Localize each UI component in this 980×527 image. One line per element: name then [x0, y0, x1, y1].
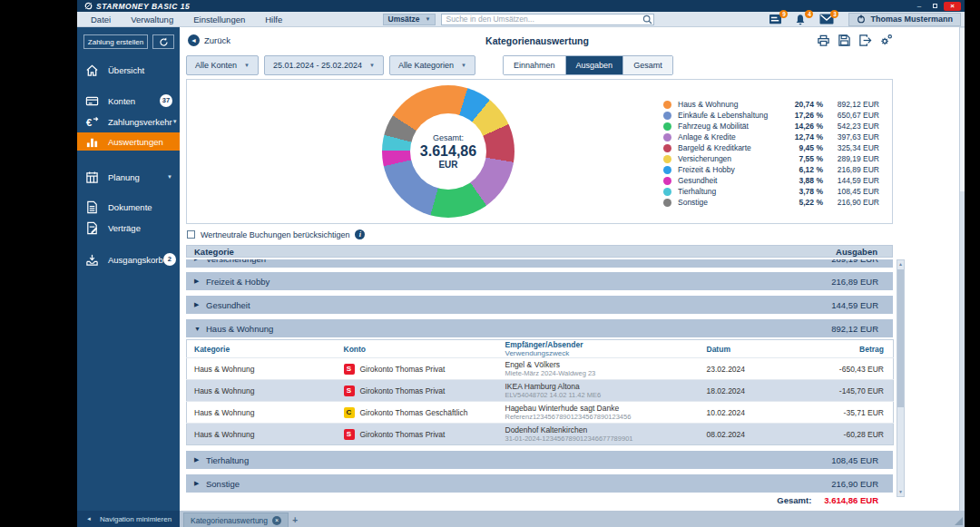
- scrollbar-thumb[interactable]: [897, 269, 904, 407]
- transaction-row[interactable]: Haus & WohnungSGirokonto Thomas PrivatDo…: [187, 424, 894, 445]
- menu-item-einstellungen[interactable]: Einstellungen: [193, 15, 245, 24]
- notification-icons: 9 4 3: [769, 14, 834, 25]
- table-scrollbar[interactable]: ▲ ▼: [897, 259, 905, 497]
- legend-color-dot: [663, 133, 671, 142]
- save-icon[interactable]: [838, 34, 851, 47]
- refresh-icon: [159, 37, 169, 47]
- period-filter-dropdown[interactable]: 25.01.2024 - 25.02.2024▼: [264, 55, 384, 75]
- tab-ausgaben[interactable]: Ausgaben: [566, 56, 624, 74]
- category-row-sonstige[interactable]: ▶Sonstige216,90 EUR: [186, 474, 893, 493]
- legend-percent: 3,88 %: [781, 176, 823, 185]
- minimize-window-button[interactable]: –: [913, 2, 926, 11]
- legend-amount: 216,90 EUR: [823, 198, 879, 207]
- refresh-button[interactable]: [152, 34, 174, 49]
- resize-grip[interactable]: [955, 517, 963, 525]
- donut-chart[interactable]: Gesamt: 3.614,86 EUR: [382, 85, 514, 218]
- chart-legend: Haus & Wohnung20,74 %892,12 EUREinkäufe …: [663, 99, 879, 208]
- sparkasse-bank-icon: S: [344, 364, 355, 375]
- export-icon[interactable]: [858, 34, 872, 47]
- print-icon[interactable]: [817, 34, 830, 47]
- category-row-versicherungen[interactable]: ▶Versicherungen289,19 EUR: [186, 259, 893, 268]
- minimize-navigation-button[interactable]: ◄ Navigation minimieren: [77, 511, 180, 527]
- payment-purpose: Referenz12345678901234567890123456: [505, 413, 700, 421]
- expand-arrow-icon[interactable]: ▶: [194, 456, 201, 464]
- tab-gesamt[interactable]: Gesamt: [623, 56, 672, 74]
- category-row-haus-wohnung[interactable]: ▼Haus & Wohnung892,12 EUR: [186, 319, 893, 337]
- sidebar-item-ausgangskorb[interactable]: Ausgangskorb2: [77, 251, 180, 268]
- scroll-up-icon[interactable]: ▲: [897, 260, 904, 268]
- reports-icon: [85, 135, 99, 149]
- close-window-button[interactable]: ×: [944, 2, 961, 11]
- account-name: Girokonto Thomas Privat: [360, 430, 446, 439]
- payee-name: Hagebau Winterhude sagt Danke: [505, 404, 700, 413]
- account-cell: CGirokonto Thomas Geschäftlich: [344, 407, 498, 418]
- view-scrollbar[interactable]: [959, 27, 965, 511]
- svg-text:€: €: [86, 117, 93, 128]
- sidebar-item-konten[interactable]: Konten37: [77, 93, 180, 109]
- create-payment-button[interactable]: Zahlung erstellen: [83, 34, 148, 49]
- accounts-filter-dropdown[interactable]: Alle Konten▼: [186, 55, 259, 75]
- legend-color-dot: [663, 177, 671, 185]
- sidebar-item-planung[interactable]: Planung▼: [77, 169, 180, 185]
- sidebar-item-zahlungsverkehr[interactable]: €Zahlungsverkehr▼: [77, 113, 180, 130]
- legend-label: Tierhaltung: [678, 187, 781, 196]
- search-input[interactable]: [442, 15, 642, 24]
- table-total-row: Gesamt: 3.614,86 EUR: [186, 493, 893, 506]
- view-scrollbar-thumb[interactable]: [960, 28, 965, 191]
- payment-purpose: Miete-März 2024-Waldweg 23: [505, 369, 700, 377]
- menu-item-datei[interactable]: Datei: [91, 15, 111, 24]
- category-row-freizeit-hobby[interactable]: ▶Freizeit & Hobby216,89 EUR: [186, 272, 893, 290]
- transaction-account: CGirokonto Thomas Geschäftlich: [337, 402, 498, 424]
- view-tab-bar: Kategorienauswertung × +: [180, 511, 965, 527]
- transaction-row[interactable]: Haus & WohnungCGirokonto Thomas Geschäft…: [187, 402, 894, 424]
- tab-einnahmen[interactable]: Einnahmen: [504, 56, 566, 74]
- close-tab-icon[interactable]: ×: [272, 516, 281, 525]
- messages-button[interactable]: 3: [819, 14, 834, 25]
- expand-arrow-icon[interactable]: ▶: [194, 480, 201, 487]
- category-row-tierhaltung[interactable]: ▶Tierhaltung108,45 EUR: [186, 451, 893, 469]
- expand-arrow-icon[interactable]: ▶: [194, 301, 201, 308]
- tab-kategorienauswertung[interactable]: Kategorienauswertung ×: [183, 512, 289, 527]
- neutral-bookings-checkbox[interactable]: [187, 230, 195, 239]
- sidebar-item-vertraege[interactable]: Verträge: [77, 220, 180, 236]
- sparkasse-bank-icon: S: [344, 385, 355, 396]
- settings-gear-icon[interactable]: [879, 34, 893, 47]
- user-menu[interactable]: Thomas Mustermann: [848, 13, 961, 26]
- categories-filter-dropdown[interactable]: Alle Kategorien▼: [389, 55, 475, 75]
- app-window: STARMONEY BASIC 15 – × DateiVerwaltungEi…: [77, 0, 965, 527]
- commerzbank-bank-icon: C: [344, 407, 355, 418]
- menu-item-hilfe[interactable]: Hilfe: [265, 15, 282, 24]
- category-name: Haus & Wohnung: [206, 324, 273, 334]
- scroll-down-icon[interactable]: ▼: [897, 488, 904, 496]
- transaction-category: Haus & Wohnung: [187, 402, 337, 424]
- collapse-arrow-icon[interactable]: ▼: [194, 326, 201, 332]
- category-amount: 108,45 EUR: [831, 455, 893, 465]
- menu-item-verwaltung[interactable]: Verwaltung: [131, 15, 173, 24]
- planner-notifications-button[interactable]: 9: [769, 14, 783, 25]
- search-icon[interactable]: [642, 14, 653, 25]
- alerts-button[interactable]: 4: [794, 14, 808, 25]
- sidebar-item-label: Auswertungen: [108, 137, 163, 147]
- outbox-icon: [85, 253, 99, 267]
- transaction-date: 23.02.2024: [700, 358, 795, 380]
- category-row-gesundheit[interactable]: ▶Gesundheit144,59 EUR: [186, 296, 893, 314]
- info-icon[interactable]: i: [355, 229, 365, 239]
- maximize-window-button[interactable]: [928, 2, 941, 11]
- sidebar-item-uebersicht[interactable]: Übersicht: [77, 62, 180, 78]
- transaction-row[interactable]: Haus & WohnungSGirokonto Thomas PrivatIK…: [187, 380, 894, 402]
- expand-arrow-icon[interactable]: ▶: [194, 278, 201, 285]
- legend-label: Anlage & Kredite: [678, 132, 781, 142]
- sidebar-item-dokumente[interactable]: Dokumente: [77, 199, 180, 215]
- legend-label: Haus & Wohnung: [678, 100, 781, 109]
- search-scope-dropdown[interactable]: Umsätze ▼: [383, 14, 436, 25]
- add-tab-button[interactable]: +: [289, 512, 301, 527]
- category-chart-panel: Gesamt: 3.614,86 EUR Haus & Wohnung20,74…: [186, 79, 893, 224]
- search-box: [441, 14, 654, 25]
- sidebar-item-auswertungen[interactable]: Auswertungen: [77, 132, 180, 151]
- transaction-row[interactable]: Haus & WohnungSGirokonto Thomas PrivatEn…: [187, 358, 894, 380]
- neutral-bookings-option: Wertneutrale Buchungen berücksichtigen i: [187, 229, 365, 239]
- legend-label: Einkäufe & Lebenshaltung: [678, 111, 781, 120]
- expand-arrow-icon[interactable]: ▶: [194, 259, 201, 262]
- transaction-date: 10.02.2024: [700, 402, 795, 424]
- legend-color-dot: [663, 199, 671, 207]
